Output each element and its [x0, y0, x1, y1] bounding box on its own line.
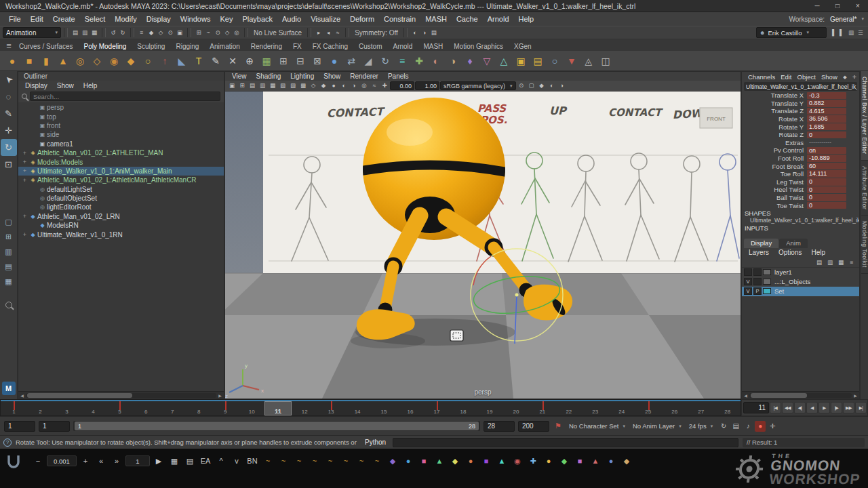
- layer-visibility-toggle[interactable]: [744, 268, 752, 276]
- channel-row[interactable]: Rotate X 36.506: [742, 115, 859, 123]
- menu-item[interactable]: Arnold: [483, 15, 514, 23]
- poly-disc-icon[interactable]: ◉: [106, 53, 122, 69]
- channel-value[interactable]: 0: [807, 202, 846, 209]
- layer-editor-menu-item[interactable]: Help: [807, 249, 829, 256]
- isolate-select-icon[interactable]: ⊙: [517, 81, 526, 91]
- channel-row[interactable]: Foot Roll -10.889: [742, 155, 859, 163]
- select-object-icon[interactable]: ◆: [146, 28, 156, 37]
- channel-row[interactable]: Translate Y 0.882: [742, 100, 859, 108]
- help-icon[interactable]: ?: [3, 439, 12, 447]
- menu-item[interactable]: Create: [48, 15, 80, 23]
- window-control-button[interactable]: □: [827, 0, 848, 12]
- snap-grid-icon[interactable]: ▦: [167, 454, 181, 468]
- shelf-tab[interactable]: Custom: [353, 42, 387, 51]
- divider[interactable]: [345, 28, 349, 37]
- ghost-icon[interactable]: ■: [417, 454, 431, 468]
- cluster-icon[interactable]: ▲: [589, 454, 602, 468]
- layer-editor-menu-item[interactable]: Layers: [745, 249, 773, 256]
- increment-icon[interactable]: +: [79, 454, 92, 468]
- poly-cone-icon[interactable]: ▲: [55, 53, 71, 69]
- breakdown-key-icon[interactable]: ●: [542, 454, 555, 468]
- add-key-icon[interactable]: ✚: [526, 454, 540, 468]
- animation-prefs-icon[interactable]: ✛: [767, 421, 778, 432]
- outliner-item[interactable]: ◎ defaultLightSet: [18, 185, 224, 194]
- fill-hole-icon[interactable]: ○: [547, 53, 563, 69]
- manipulator-mode-icon[interactable]: ✛: [850, 72, 859, 81]
- layer-color-swatch[interactable]: [763, 269, 771, 275]
- range-slider-track[interactable]: 1 28: [73, 421, 480, 431]
- channel-value[interactable]: 0: [807, 178, 846, 186]
- layer-visibility-toggle[interactable]: V: [744, 278, 752, 285]
- channel-row[interactable]: Leg Twist 0: [742, 178, 859, 186]
- animation-start-field[interactable]: 1: [4, 421, 35, 432]
- menu-item[interactable]: Key: [215, 15, 237, 23]
- scroll-right-icon[interactable]: ▶: [216, 392, 224, 399]
- attribute-editor-toggle-icon[interactable]: ▐: [827, 28, 837, 37]
- quadrangulate-icon[interactable]: ◫: [597, 53, 614, 69]
- separate-icon[interactable]: ▣: [513, 53, 529, 69]
- sculpt-tool-icon[interactable]: ◐: [428, 53, 444, 69]
- ik-handle-icon[interactable]: ◆: [620, 454, 633, 468]
- channel-row[interactable]: Rotate Y 1.685: [742, 123, 859, 131]
- extrude-icon[interactable]: ↑: [157, 53, 173, 69]
- layer-playback-toggle[interactable]: P: [753, 287, 762, 295]
- mirror-icon[interactable]: ⇄: [343, 53, 359, 69]
- redo-icon[interactable]: ↻: [118, 28, 127, 37]
- channel-row[interactable]: Translate X -0.3: [742, 92, 859, 100]
- render-icon[interactable]: ◐: [410, 28, 420, 37]
- xray-icon[interactable]: ▢: [527, 81, 536, 91]
- tab-channel-box-layer-editor[interactable]: Channel Box / Layer Editor: [861, 71, 868, 161]
- spin-edge-icon[interactable]: ↻: [377, 53, 393, 69]
- step-tangent-icon[interactable]: ~: [339, 454, 353, 468]
- shelf-tab[interactable]: Motion Graphics: [448, 42, 509, 51]
- layer-row[interactable]: V P Set: [742, 287, 859, 296]
- scrollbar-thumb[interactable]: [751, 393, 807, 398]
- four-pane-layout-button[interactable]: ⊞: [1, 230, 16, 243]
- hold-current-keys-icon[interactable]: ◆: [557, 454, 571, 468]
- outliner-item[interactable]: ▣ side: [18, 130, 224, 139]
- shelf-tab[interactable]: Sculpting: [132, 42, 170, 51]
- outliner-item[interactable]: + ◈ Ultimate_Walker_v1_0_1:AniM_walker_M…: [18, 167, 224, 176]
- outliner-item[interactable]: ◎ lightEditorRoot: [18, 203, 224, 211]
- playback-start-field[interactable]: 1: [39, 421, 70, 432]
- buffer-curve-icon[interactable]: ◆: [386, 454, 399, 468]
- shelf-tab[interactable]: Arnold: [387, 42, 418, 51]
- exposure-field[interactable]: 0.00: [390, 81, 414, 90]
- channel-value[interactable]: 4.615: [807, 108, 846, 115]
- channel-row[interactable]: Foot Break 60: [742, 162, 859, 170]
- platonic-solid-icon[interactable]: ◆: [123, 53, 139, 69]
- divider[interactable]: [244, 28, 248, 37]
- viewport-menu-item[interactable]: Shading: [252, 73, 285, 80]
- grid-display-icon[interactable]: ▤: [183, 454, 197, 468]
- zoom-tool-button[interactable]: [1, 296, 17, 313]
- channel-row[interactable]: Toe Roll 14.111: [742, 170, 859, 178]
- layer-editor-menu-item[interactable]: Options: [774, 249, 806, 256]
- snap-curve-icon[interactable]: ~: [203, 28, 213, 37]
- shelf-tab[interactable]: Poly Modeling: [78, 42, 132, 51]
- expand-icon[interactable]: +: [21, 150, 28, 157]
- gamma-icon[interactable]: ◑: [557, 81, 567, 91]
- scroll-right-icon[interactable]: ▶: [852, 392, 859, 399]
- scale-tool-button[interactable]: ⊡: [1, 156, 17, 173]
- scroll-left-icon[interactable]: ◀: [18, 392, 26, 399]
- type-tool-icon[interactable]: T: [191, 53, 207, 69]
- symmetry-label[interactable]: Symmetry: Off: [352, 29, 401, 37]
- ipr-render-icon[interactable]: ◑: [420, 28, 429, 37]
- quad-draw-icon[interactable]: ▦: [258, 53, 275, 69]
- viewport-menu-item[interactable]: Panels: [384, 73, 413, 80]
- render-settings-icon[interactable]: ▤: [429, 28, 439, 37]
- menu-item[interactable]: Visualize: [306, 15, 345, 23]
- motion-blur-icon[interactable]: ≈: [370, 81, 379, 91]
- channel-row[interactable]: Toe Twist 0: [742, 201, 859, 209]
- outliner-menu-item[interactable]: Help: [79, 82, 102, 89]
- paint-select-tool-button[interactable]: ✎: [1, 105, 17, 122]
- poly-sphere-icon[interactable]: ●: [4, 53, 20, 69]
- divider[interactable]: [102, 28, 106, 37]
- clamped-tangent-icon[interactable]: ~: [292, 454, 306, 468]
- command-input[interactable]: [393, 438, 738, 447]
- smooth-mesh-icon[interactable]: ●: [326, 53, 342, 69]
- rotate-tool-button[interactable]: ↻: [1, 139, 17, 156]
- channel-value[interactable]: -----------: [807, 139, 846, 146]
- menu-item[interactable]: Constrain: [379, 15, 420, 23]
- open-scene-icon[interactable]: ▥: [80, 28, 90, 37]
